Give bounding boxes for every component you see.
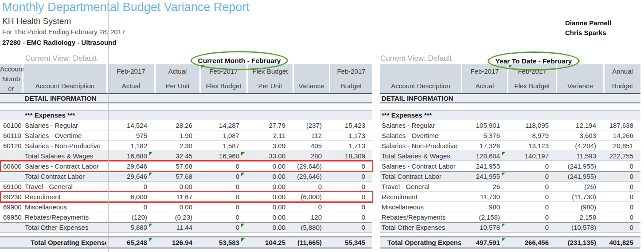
value-cell[interactable]: 32.45 [156,151,199,161]
account-description-cell[interactable]: Salaries - Non-Productive [380,142,461,150]
value-cell[interactable]: 65,248 [108,237,154,248]
value-cell[interactable]: 120 [294,212,329,222]
value-cell[interactable]: 0 [508,181,556,191]
value-cell[interactable]: 0.00 [248,192,293,201]
account-description-cell[interactable]: Miscellaneous [23,203,106,211]
account-description-cell[interactable]: Total Salaries & Wages [380,152,461,160]
value-cell[interactable]: 0.00 [248,223,293,232]
value-cell[interactable]: 15,423 [330,120,372,130]
value-cell[interactable]: 266,456 [508,237,556,248]
column-header[interactable]: AnnualBudget [605,64,640,93]
account-number-cell[interactable]: 60120 [0,142,22,150]
value-cell[interactable]: 0 [201,202,246,212]
value-cell[interactable]: 0.00 [248,212,293,222]
value-cell[interactable]: (4,204) [557,141,603,150]
value-cell[interactable]: (237) [294,120,329,130]
value-cell[interactable]: (980) [557,202,603,212]
value-cell[interactable]: 187,638 [605,120,640,130]
table-row[interactable]: Salaries - Contract Labor241,9550(241,95… [380,161,640,171]
value-cell[interactable]: 1,087 [201,130,246,140]
value-cell[interactable]: 11.67 [156,192,199,201]
account-description-cell[interactable]: Total Operating Expenses [380,239,461,246]
value-cell[interactable]: 0.00 [248,172,293,181]
account-description-cell[interactable]: Salaries - Contract Labor [23,162,106,170]
value-cell[interactable]: 0.00 [248,181,293,191]
value-cell[interactable] [605,110,640,120]
value-cell[interactable]: 0 [201,161,246,171]
value-cell[interactable]: 0 [508,161,556,171]
account-description-cell[interactable]: Travel - General [380,183,461,190]
value-cell[interactable]: 2.11 [248,130,293,140]
account-description-cell[interactable]: Total Operating Expenses [23,239,106,246]
account-description-cell[interactable]: Salaries - Regular [380,122,461,129]
value-cell[interactable]: 1,173 [330,130,372,140]
value-cell[interactable]: (6,000) [294,192,329,201]
account-number-column-header[interactable]: AccountNumber [0,64,22,93]
value-cell[interactable]: 0 [605,192,640,201]
value-cell[interactable]: 12,194 [557,120,603,130]
table-row[interactable]: 69950Rebates/Repayments(120)(0.23)00.001… [0,212,372,222]
value-cell[interactable]: (29,646) [294,172,329,181]
value-cell[interactable]: 53,583 [201,237,246,248]
table-row[interactable]: 69100Travel - General00.0000.0000 [0,181,372,192]
value-cell[interactable]: 222,755 [605,151,640,161]
total-row[interactable]: Total Salaries & Wages128,604140,19711,5… [380,151,640,161]
value-cell[interactable]: 2,158 [557,212,603,222]
value-cell[interactable]: (29,646) [294,161,329,171]
account-description-column-header[interactable]: Account Description [23,64,106,93]
value-cell[interactable]: 0 [605,223,640,232]
value-cell[interactable]: (26) [557,181,603,191]
account-description-cell[interactable]: DETAIL INFORMATION [380,94,461,102]
table-row[interactable]: 60100Salaries - Regular14,52428.2614,287… [0,120,372,130]
value-cell[interactable]: 20,851 [605,141,640,150]
value-cell[interactable]: 55,345 [330,237,372,248]
value-cell[interactable] [156,94,199,102]
value-cell[interactable]: 57.68 [156,172,199,181]
value-cell[interactable]: 29,646 [108,172,154,181]
detail-row[interactable]: DETAIL INFORMATION [380,93,640,103]
value-cell[interactable]: 0 [605,181,640,191]
value-cell[interactable] [508,94,556,102]
value-cell[interactable]: 0 [605,212,640,222]
table-row[interactable]: Rebates/Repayments(2,158)02,1580 [380,212,640,222]
account-description-cell[interactable]: Travel - General [23,183,106,190]
detail-row[interactable]: DETAIL INFORMATION [0,93,372,103]
table-row[interactable]: Miscellaneous9800(980)0 [380,202,640,212]
value-cell[interactable]: (2,158) [462,212,507,222]
value-cell[interactable]: 26 [462,181,507,191]
value-cell[interactable]: 0 [605,172,640,181]
table-row[interactable]: 60600Salaries - Contract Labor29,64657.6… [0,161,372,171]
value-cell[interactable]: 0 [330,161,372,171]
value-cell[interactable] [462,94,507,102]
value-cell[interactable]: (241,955) [557,172,603,181]
value-cell[interactable]: 0 [330,212,372,222]
value-cell[interactable] [557,110,603,120]
account-description-cell[interactable]: Miscellaneous [380,203,461,211]
value-cell[interactable]: 6,000 [108,192,154,201]
value-cell[interactable]: 8,979 [508,130,556,140]
value-cell[interactable]: (241,955) [557,161,603,171]
value-cell[interactable]: (0.23) [156,212,199,222]
value-cell[interactable] [330,94,372,102]
value-cell[interactable]: 0 [294,181,329,191]
value-cell[interactable]: 280 [294,151,329,161]
value-cell[interactable]: 118,095 [508,120,556,130]
value-cell[interactable]: 0 [605,202,640,212]
value-cell[interactable]: (11,665) [294,237,329,248]
value-cell[interactable] [294,94,329,102]
value-cell[interactable] [330,110,372,120]
value-cell[interactable] [248,94,293,102]
table-row[interactable]: Travel - General260(26)0 [380,181,640,192]
total-row[interactable]: Total Contract Labor241,9550(241,955)0 [380,171,640,181]
value-cell[interactable]: 14,287 [201,120,246,130]
value-cell[interactable]: (10,578) [557,223,603,232]
total-row[interactable]: Total Other Expenses5,88011.4400.00(5,88… [0,222,372,232]
value-cell[interactable]: 0 [294,202,329,212]
account-number-cell[interactable]: 60100 [0,122,22,129]
value-cell[interactable]: 11,593 [557,151,603,161]
value-cell[interactable]: 0 [605,161,640,171]
value-cell[interactable]: 104.25 [248,237,293,248]
value-cell[interactable] [201,110,246,120]
value-cell[interactable]: 0 [508,192,556,201]
column-header[interactable]: Variance [294,64,329,93]
